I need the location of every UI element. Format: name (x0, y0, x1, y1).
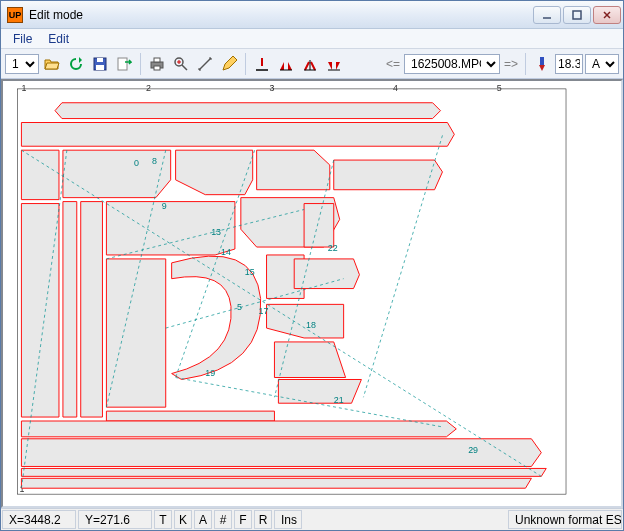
mirror-button[interactable] (299, 53, 321, 75)
status-ins[interactable]: Ins (274, 510, 302, 529)
svg-text:21: 21 (334, 395, 344, 405)
svg-text:19: 19 (205, 368, 215, 378)
flip-v-icon (326, 56, 342, 72)
cad-drawing: 1 2 3 4 5 1 (3, 81, 621, 506)
folder-open-icon (44, 56, 60, 72)
axis-label: 3 (270, 83, 275, 93)
measure-button[interactable] (194, 53, 216, 75)
svg-text:17: 17 (259, 306, 269, 316)
flip-h-icon (278, 56, 294, 72)
next-file-button[interactable]: => (502, 57, 520, 71)
tool-icon (534, 56, 550, 72)
toolbar: 1 (1, 49, 623, 79)
window-title: Edit mode (29, 8, 533, 22)
mirror-icon (302, 56, 318, 72)
svg-text:5: 5 (237, 302, 242, 312)
param-input[interactable] (555, 54, 583, 74)
file-select[interactable]: 1625008.MPG (404, 54, 500, 74)
axis-label: 2 (146, 83, 151, 93)
svg-text:9: 9 (162, 201, 167, 211)
pencil-icon (221, 56, 237, 72)
app-icon: UP (7, 7, 23, 23)
drawing-canvas[interactable]: 1 2 3 4 5 1 (1, 79, 623, 508)
edit-tool-button[interactable] (218, 53, 240, 75)
svg-rect-6 (96, 65, 104, 70)
flip-v-button[interactable] (323, 53, 345, 75)
svg-rect-10 (154, 66, 160, 70)
export-button[interactable] (113, 53, 135, 75)
svg-line-15 (199, 58, 211, 70)
svg-rect-5 (97, 58, 103, 62)
svg-text:14: 14 (221, 247, 231, 257)
status-format: Unknown format ES (508, 510, 622, 529)
status-r[interactable]: R (254, 510, 272, 529)
svg-text:22: 22 (328, 243, 338, 253)
refresh-button[interactable] (65, 53, 87, 75)
axis-label: 1 (21, 83, 26, 93)
minimize-button[interactable] (533, 6, 561, 24)
app-window: UP Edit mode File Edit 1 (0, 0, 624, 531)
refresh-icon (68, 56, 84, 72)
origin-button[interactable] (251, 53, 273, 75)
zoom-in-icon (173, 56, 189, 72)
status-y: Y=271.6 (78, 510, 152, 529)
printer-icon (149, 56, 165, 72)
origin-icon (254, 56, 270, 72)
layer-select[interactable]: 1 (5, 54, 39, 74)
svg-line-12 (182, 65, 187, 70)
svg-text:15: 15 (245, 267, 255, 277)
open-button[interactable] (41, 53, 63, 75)
save-button[interactable] (89, 53, 111, 75)
status-hash[interactable]: # (214, 510, 232, 529)
svg-rect-9 (154, 58, 160, 62)
axis-label: 5 (497, 83, 502, 93)
status-a[interactable]: A (194, 510, 212, 529)
menubar: File Edit (1, 29, 623, 49)
axis-label: 4 (393, 83, 398, 93)
svg-text:0: 0 (134, 158, 139, 168)
flip-h-button[interactable] (275, 53, 297, 75)
menu-file[interactable]: File (7, 30, 38, 48)
measure-icon (197, 56, 213, 72)
print-button[interactable] (146, 53, 168, 75)
prev-file-button[interactable]: <= (384, 57, 402, 71)
filter-select[interactable]: All (585, 54, 619, 74)
svg-rect-22 (540, 57, 544, 65)
statusbar: X=3448.2 Y=271.6 T K A # F R Ins Unknown… (1, 508, 623, 530)
svg-text:18: 18 (306, 320, 316, 330)
status-x: X=3448.2 (2, 510, 76, 529)
close-button[interactable] (593, 6, 621, 24)
tool-button[interactable] (531, 53, 553, 75)
svg-rect-1 (573, 11, 581, 19)
export-icon (116, 56, 132, 72)
svg-text:8: 8 (152, 156, 157, 166)
svg-rect-7 (118, 58, 127, 70)
status-f[interactable]: F (234, 510, 252, 529)
status-k[interactable]: K (174, 510, 192, 529)
svg-text:13: 13 (211, 227, 221, 237)
zoom-button[interactable] (170, 53, 192, 75)
titlebar: UP Edit mode (1, 1, 623, 29)
save-icon (92, 56, 108, 72)
svg-text:29: 29 (468, 445, 478, 455)
status-t[interactable]: T (154, 510, 172, 529)
menu-edit[interactable]: Edit (42, 30, 75, 48)
maximize-button[interactable] (563, 6, 591, 24)
